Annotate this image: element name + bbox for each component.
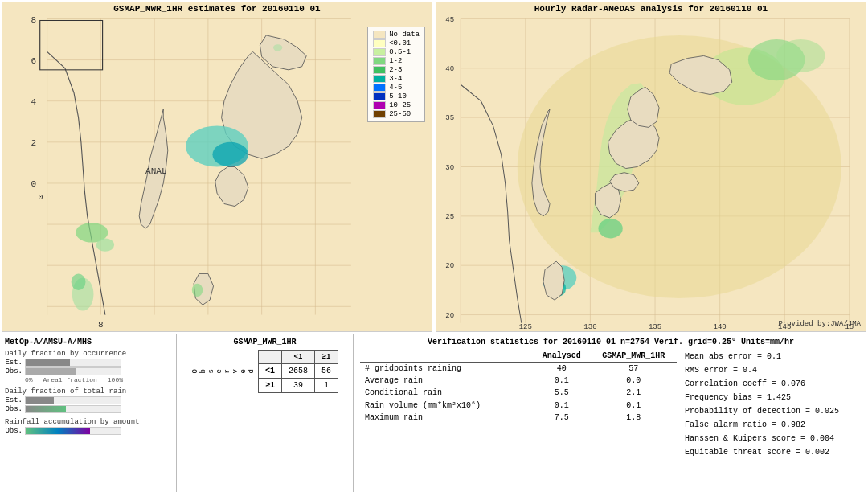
- bar-chart-2: Est. Obs.: [5, 396, 171, 414]
- verif-cell-label-4: Maximum rain: [360, 412, 533, 424]
- verif-cell-analysed-2: 5.5: [533, 387, 591, 399]
- bar-fill-obs-2: [26, 406, 66, 412]
- verif-cell-label-2: Conditional rain: [360, 387, 533, 399]
- right-map-svg: 45 40 35 30 25 20 20 125 130 135 140 145…: [436, 2, 866, 331]
- svg-text:ANAL: ANAL: [145, 166, 167, 175]
- legend-color-1: [373, 57, 386, 65]
- axis-areal: Areal fraction: [43, 376, 97, 383]
- verif-cell-analysed-1: 0.1: [533, 375, 591, 387]
- svg-point-21: [192, 284, 203, 297]
- svg-text:125: 125: [519, 322, 532, 331]
- svg-text:45: 45: [445, 14, 454, 23]
- legend-item-5: 5-10: [373, 92, 420, 100]
- stat-correlation: Correlation coeff = 0.076: [685, 377, 862, 391]
- stat-equitable-threat: Equitable threat score = 0.002: [685, 445, 862, 459]
- verification-panel: Verification statistics for 20160110 01 …: [354, 334, 868, 492]
- legend-color-3: [373, 75, 386, 83]
- obs-label-2: Obs.: [5, 405, 23, 413]
- svg-text:130: 130: [583, 322, 596, 331]
- contingency-th-empty: [258, 351, 281, 364]
- left-map-panel: GSMAP_MWR_1HR estimates for 20160110 01 …: [2, 2, 432, 332]
- map-credit: Provided by:JWA/JMA: [778, 320, 861, 328]
- left-map-title: GSMAP_MWR_1HR estimates for 20160110 01: [113, 4, 320, 14]
- maps-row: GSMAP_MWR_1HR estimates for 20160110 01 …: [0, 0, 868, 334]
- chart1-section: Daily fraction by occurrence Est. Obs.: [5, 350, 171, 386]
- verif-cell-label-3: Rain volume (mm*km²x10⁶): [360, 399, 533, 412]
- verif-header-row: Analysed GSMAP_MWR_1HR: [360, 350, 677, 363]
- legend-color-2: [373, 66, 386, 74]
- legend-item-3: 3-4: [373, 75, 420, 83]
- stat-mean-abs-error: Mean abs error = 0.1: [685, 350, 862, 363]
- observed-label: Observed: [191, 369, 256, 373]
- est-label-2: Est.: [5, 396, 23, 404]
- bar-bg-obs-3: [25, 427, 121, 435]
- svg-point-22: [273, 44, 282, 51]
- bar-row-obs-1: Obs.: [5, 367, 171, 375]
- legend-item-2: 2-3: [373, 66, 420, 74]
- legend-label-nodata: No data: [389, 31, 420, 39]
- legend-color-05: [373, 48, 386, 56]
- svg-text:4: 4: [31, 97, 37, 106]
- legend-label-05: 0.5-1: [389, 48, 411, 56]
- est-label-1: Est.: [5, 359, 23, 367]
- contingency-val-lt1-ge1: 56: [315, 364, 338, 379]
- chart2-title: Daily fraction of total rain: [5, 387, 171, 396]
- verif-cell-gsmap-1: 0.0: [591, 375, 677, 387]
- contingency-val-lt1-lt1: 2658: [281, 364, 314, 379]
- stat-prob-detection: Probability of detection = 0.025: [685, 404, 862, 418]
- svg-text:8: 8: [98, 320, 104, 329]
- verif-th-empty: [360, 350, 533, 363]
- contingency-val-ge1-ge1: 1: [315, 379, 338, 393]
- verif-cell-analysed-3: 0.1: [533, 399, 591, 412]
- legend-color-5: [373, 92, 386, 100]
- stat-hanssen-kuipers: Hanssen & Kuipers score = 0.004: [685, 432, 862, 445]
- obs-label-3: Obs.: [5, 427, 23, 435]
- bar-fill-rain: [26, 428, 90, 434]
- axis-right-1: 100%: [108, 376, 123, 383]
- legend-label-10: 10-25: [389, 101, 411, 109]
- chart1-title: Daily fraction by occurrence: [5, 350, 171, 358]
- satellite-label: MetOp-A/AMSU-A/MHS: [5, 338, 171, 346]
- bar-fill-est-2: [26, 397, 54, 404]
- verif-row-2: Conditional rain 5.5 2.1: [360, 387, 677, 399]
- verif-row-0: # gridpoints raining 40 57: [360, 363, 677, 375]
- contingency-row-ge1: ≥1 39 1: [258, 379, 338, 393]
- legend-color-25: [373, 110, 386, 118]
- bar-fill-obs-1: [26, 368, 76, 375]
- bar-row-obs-3: Obs.: [5, 427, 171, 435]
- verif-table: Analysed GSMAP_MWR_1HR # gridpoints rain…: [360, 350, 677, 424]
- legend-color-4: [373, 84, 386, 92]
- svg-text:0: 0: [31, 179, 37, 188]
- bar-row-obs-2: Obs.: [5, 405, 171, 413]
- contingency-th-lt1: <1: [281, 351, 314, 364]
- legend-color-10: [373, 101, 386, 109]
- verif-content: Analysed GSMAP_MWR_1HR # gridpoints rain…: [360, 350, 862, 489]
- bar-row-est-2: Est.: [5, 396, 171, 404]
- legend-label-25: 25-50: [389, 110, 411, 118]
- axis-left-1: 0%: [25, 376, 33, 383]
- verif-cell-label-1: Average rain: [360, 375, 533, 387]
- legend-item-4: 4-5: [373, 84, 420, 92]
- obs-label-1: Obs.: [5, 367, 23, 375]
- legend-item-25: 25-50: [373, 110, 420, 118]
- svg-point-20: [72, 273, 86, 289]
- legend-color-001: [373, 39, 386, 47]
- svg-text:140: 140: [713, 322, 726, 331]
- contingency-row-lt1: <1 2658 56: [258, 364, 338, 379]
- contingency-row-label-lt1: <1: [258, 364, 281, 379]
- legend-item-001: <0.01: [373, 39, 420, 47]
- legend-item-nodata: No data: [373, 31, 420, 39]
- bar-chart-1: Est. Obs. 0% Areal fraction: [5, 359, 171, 383]
- svg-point-16: [212, 142, 248, 167]
- main-container: GSMAP_MWR_1HR estimates for 20160110 01 …: [0, 0, 868, 492]
- contingency-th-ge1: ≥1: [315, 351, 338, 364]
- right-map-title: Hourly Radar-AMeDAS analysis for 2016011…: [534, 4, 768, 14]
- contingency-table: <1 ≥1 <1 2658 56 ≥1: [258, 350, 338, 393]
- contingency-wrapper: Observed <1 ≥1 <1: [191, 350, 338, 393]
- legend: No data <0.01 0.5-1 1-2 2-3: [367, 27, 425, 122]
- svg-text:2: 2: [31, 138, 37, 147]
- verif-cell-gsmap-0: 57: [591, 363, 677, 375]
- svg-text:6: 6: [31, 56, 37, 65]
- verif-cell-gsmap-2: 2.1: [591, 387, 677, 399]
- bottom-row: MetOp-A/AMSU-A/MHS Daily fraction by occ…: [0, 334, 868, 492]
